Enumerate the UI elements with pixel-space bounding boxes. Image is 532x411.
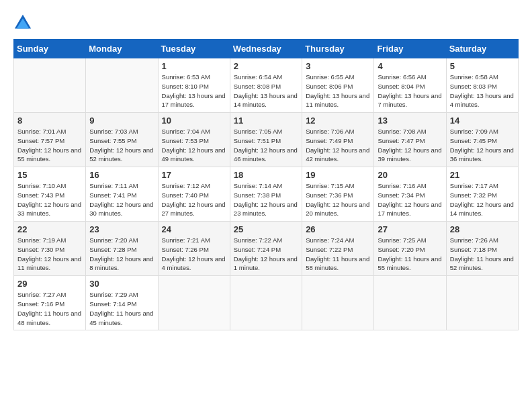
calendar-cell <box>14 58 86 113</box>
calendar-cell <box>446 276 518 330</box>
day-of-week-header: Friday <box>374 40 446 58</box>
calendar-cell: 29 Sunrise: 7:27 AM Sunset: 7:16 PM Dayl… <box>14 276 86 330</box>
calendar-cell: 23 Sunrise: 7:20 AM Sunset: 7:28 PM Dayl… <box>86 222 158 276</box>
day-info: Sunrise: 7:26 AM Sunset: 7:18 PM Dayligh… <box>450 236 515 273</box>
calendar-cell: 13 Sunrise: 7:08 AM Sunset: 7:47 PM Dayl… <box>374 113 446 167</box>
calendar-cell: 22 Sunrise: 7:19 AM Sunset: 7:30 PM Dayl… <box>14 222 86 276</box>
calendar-cell: 2 Sunrise: 6:54 AM Sunset: 8:08 PM Dayli… <box>230 58 302 113</box>
day-number: 25 <box>234 224 298 234</box>
calendar-header-row: SundayMondayTuesdayWednesdayThursdayFrid… <box>14 40 519 58</box>
calendar-cell: 18 Sunrise: 7:14 AM Sunset: 7:38 PM Dayl… <box>230 167 302 222</box>
day-info: Sunrise: 7:29 AM Sunset: 7:14 PM Dayligh… <box>89 290 154 327</box>
day-info: Sunrise: 6:56 AM Sunset: 8:04 PM Dayligh… <box>378 73 442 109</box>
calendar-cell: 1 Sunrise: 6:53 AM Sunset: 8:10 PM Dayli… <box>158 58 230 113</box>
calendar-cell <box>86 58 158 113</box>
day-number: 26 <box>306 224 370 234</box>
day-number: 29 <box>17 279 82 289</box>
day-info: Sunrise: 7:16 AM Sunset: 7:34 PM Dayligh… <box>378 181 442 218</box>
day-number: 27 <box>378 224 442 234</box>
day-info: Sunrise: 7:27 AM Sunset: 7:16 PM Dayligh… <box>17 290 82 327</box>
day-info: Sunrise: 7:15 AM Sunset: 7:36 PM Dayligh… <box>306 181 370 218</box>
day-info: Sunrise: 7:17 AM Sunset: 7:32 PM Dayligh… <box>450 181 515 218</box>
calendar-cell: 25 Sunrise: 7:22 AM Sunset: 7:24 PM Dayl… <box>230 222 302 276</box>
day-number: 4 <box>378 61 442 71</box>
day-info: Sunrise: 6:53 AM Sunset: 8:10 PM Dayligh… <box>162 73 226 109</box>
day-number: 8 <box>17 116 82 126</box>
day-number: 10 <box>162 116 226 126</box>
day-number: 14 <box>450 116 515 126</box>
calendar-cell: 4 Sunrise: 6:56 AM Sunset: 8:04 PM Dayli… <box>374 58 446 113</box>
calendar-cell <box>302 276 374 330</box>
calendar-cell: 15 Sunrise: 7:10 AM Sunset: 7:43 PM Dayl… <box>14 167 86 222</box>
calendar-cell: 19 Sunrise: 7:15 AM Sunset: 7:36 PM Dayl… <box>302 167 374 222</box>
page-header <box>13 13 519 32</box>
calendar-cell: 9 Sunrise: 7:03 AM Sunset: 7:55 PM Dayli… <box>86 113 158 167</box>
day-info: Sunrise: 7:08 AM Sunset: 7:47 PM Dayligh… <box>378 127 442 164</box>
day-number: 17 <box>162 170 226 180</box>
calendar-cell <box>374 276 446 330</box>
calendar-week-row: 29 Sunrise: 7:27 AM Sunset: 7:16 PM Dayl… <box>14 276 519 330</box>
day-number: 13 <box>378 116 442 126</box>
day-number: 28 <box>450 224 515 234</box>
logo-icon <box>13 13 32 32</box>
day-info: Sunrise: 7:20 AM Sunset: 7:28 PM Dayligh… <box>89 236 154 273</box>
calendar-cell <box>158 276 230 330</box>
calendar-cell: 17 Sunrise: 7:12 AM Sunset: 7:40 PM Dayl… <box>158 167 230 222</box>
day-number: 30 <box>89 279 154 289</box>
calendar-cell: 5 Sunrise: 6:58 AM Sunset: 8:03 PM Dayli… <box>446 58 518 113</box>
day-info: Sunrise: 7:01 AM Sunset: 7:57 PM Dayligh… <box>17 127 82 164</box>
calendar-cell: 24 Sunrise: 7:21 AM Sunset: 7:26 PM Dayl… <box>158 222 230 276</box>
day-number: 12 <box>306 116 370 126</box>
calendar-table: SundayMondayTuesdayWednesdayThursdayFrid… <box>13 39 519 330</box>
day-number: 5 <box>450 61 515 71</box>
day-number: 2 <box>234 61 298 71</box>
day-number: 21 <box>450 170 515 180</box>
calendar-cell: 26 Sunrise: 7:24 AM Sunset: 7:22 PM Dayl… <box>302 222 374 276</box>
day-number: 15 <box>17 170 82 180</box>
day-info: Sunrise: 7:05 AM Sunset: 7:51 PM Dayligh… <box>234 127 298 164</box>
day-info: Sunrise: 7:21 AM Sunset: 7:26 PM Dayligh… <box>162 236 226 273</box>
day-of-week-header: Saturday <box>446 40 518 58</box>
day-info: Sunrise: 7:09 AM Sunset: 7:45 PM Dayligh… <box>450 127 515 164</box>
calendar-cell: 21 Sunrise: 7:17 AM Sunset: 7:32 PM Dayl… <box>446 167 518 222</box>
calendar-week-row: 22 Sunrise: 7:19 AM Sunset: 7:30 PM Dayl… <box>14 222 519 276</box>
day-number: 18 <box>234 170 298 180</box>
calendar-cell: 30 Sunrise: 7:29 AM Sunset: 7:14 PM Dayl… <box>86 276 158 330</box>
calendar-cell: 10 Sunrise: 7:04 AM Sunset: 7:53 PM Dayl… <box>158 113 230 167</box>
day-number: 3 <box>306 61 370 71</box>
calendar-cell <box>230 276 302 330</box>
day-info: Sunrise: 7:12 AM Sunset: 7:40 PM Dayligh… <box>162 181 226 218</box>
calendar-week-row: 1 Sunrise: 6:53 AM Sunset: 8:10 PM Dayli… <box>14 58 519 113</box>
calendar-cell: 12 Sunrise: 7:06 AM Sunset: 7:49 PM Dayl… <box>302 113 374 167</box>
day-info: Sunrise: 7:03 AM Sunset: 7:55 PM Dayligh… <box>89 127 154 164</box>
day-number: 23 <box>89 224 154 234</box>
calendar-cell: 20 Sunrise: 7:16 AM Sunset: 7:34 PM Dayl… <box>374 167 446 222</box>
calendar-cell: 28 Sunrise: 7:26 AM Sunset: 7:18 PM Dayl… <box>446 222 518 276</box>
calendar-cell: 11 Sunrise: 7:05 AM Sunset: 7:51 PM Dayl… <box>230 113 302 167</box>
day-info: Sunrise: 7:11 AM Sunset: 7:41 PM Dayligh… <box>89 181 154 218</box>
logo <box>13 13 35 32</box>
day-number: 16 <box>89 170 154 180</box>
day-of-week-header: Sunday <box>14 40 86 58</box>
day-of-week-header: Wednesday <box>230 40 302 58</box>
day-info: Sunrise: 7:24 AM Sunset: 7:22 PM Dayligh… <box>306 236 370 273</box>
day-info: Sunrise: 7:19 AM Sunset: 7:30 PM Dayligh… <box>17 236 82 273</box>
day-number: 20 <box>378 170 442 180</box>
calendar-week-row: 15 Sunrise: 7:10 AM Sunset: 7:43 PM Dayl… <box>14 167 519 222</box>
day-of-week-header: Tuesday <box>158 40 230 58</box>
day-info: Sunrise: 7:22 AM Sunset: 7:24 PM Dayligh… <box>234 236 298 273</box>
day-info: Sunrise: 7:06 AM Sunset: 7:49 PM Dayligh… <box>306 127 370 164</box>
day-number: 22 <box>17 224 82 234</box>
day-number: 24 <box>162 224 226 234</box>
day-info: Sunrise: 6:55 AM Sunset: 8:06 PM Dayligh… <box>306 73 370 109</box>
day-number: 11 <box>234 116 298 126</box>
calendar-cell: 14 Sunrise: 7:09 AM Sunset: 7:45 PM Dayl… <box>446 113 518 167</box>
day-of-week-header: Thursday <box>302 40 374 58</box>
calendar-cell: 8 Sunrise: 7:01 AM Sunset: 7:57 PM Dayli… <box>14 113 86 167</box>
day-info: Sunrise: 7:10 AM Sunset: 7:43 PM Dayligh… <box>17 181 82 218</box>
calendar-cell: 3 Sunrise: 6:55 AM Sunset: 8:06 PM Dayli… <box>302 58 374 113</box>
day-info: Sunrise: 7:04 AM Sunset: 7:53 PM Dayligh… <box>162 127 226 164</box>
day-number: 19 <box>306 170 370 180</box>
day-info: Sunrise: 7:25 AM Sunset: 7:20 PM Dayligh… <box>378 236 442 273</box>
calendar-cell: 16 Sunrise: 7:11 AM Sunset: 7:41 PM Dayl… <box>86 167 158 222</box>
